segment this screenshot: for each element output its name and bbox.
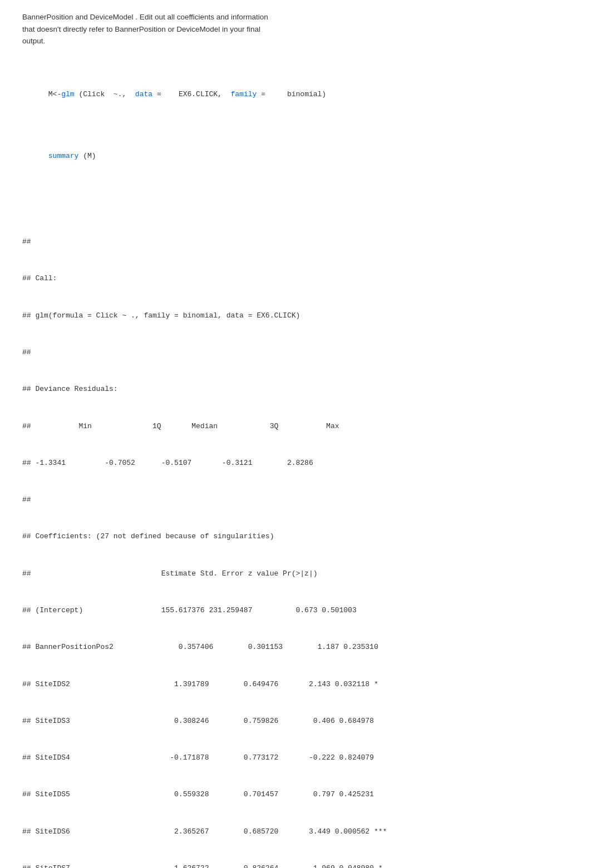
code-line-M: M<-glm (Click ~., data = EX6.CLICK, fami… [22,76,569,113]
output-line-sid4: ## SiteIDS4 -0.171878 0.773172 -0.222 0.… [22,752,569,764]
intro-line3: output. [22,37,45,45]
output-line-8: ## [22,494,569,506]
output-line-10: ## Estimate Std. Error z value Pr(>|z|) [22,568,569,580]
output-lines: ## ## Call: ## glm(formula = Click ~ ., … [22,211,569,868]
page-content: BannerPosition and DeviceModel . Edit ou… [22,11,569,868]
intro-paragraph: BannerPosition and DeviceModel . Edit ou… [22,11,569,47]
output-line-sid6: ## SiteIDS6 2.365267 0.685720 3.449 0.00… [22,826,569,838]
output-line-sid7: ## SiteIDS7 1.626722 0.826264 1.969 0.04… [22,862,569,868]
output-line-5: ## Deviance Residuals: [22,383,569,395]
intro-line1: BannerPosition and DeviceModel . Edit ou… [22,13,268,21]
intro-line2: that doesn't directly refer to BannerPos… [22,25,260,33]
output-line-1: ## [22,236,569,248]
output-line-6: ## Min 1Q Median 3Q Max [22,420,569,433]
code-section: M<-glm (Click ~., data = EX6.CLICK, fami… [22,52,569,868]
output-line-9: ## Coefficients: (27 not defined because… [22,530,569,543]
output-line-3: ## glm(formula = Click ~ ., family = bin… [22,310,569,322]
output-line-sid3: ## SiteIDS3 0.308246 0.759826 0.406 0.68… [22,715,569,727]
output-line-4: ## [22,346,569,359]
output-line-sid5: ## SiteIDS5 0.559328 0.701457 0.797 0.42… [22,788,569,801]
output-line-2: ## Call: [22,272,569,285]
output-line-intercept: ## (Intercept) 155.617376 231.259487 0.6… [22,604,569,617]
code-line-summary: summary (M) [22,137,569,174]
output-line-sid2: ## SiteIDS2 1.391789 0.649476 2.143 0.03… [22,678,569,691]
output-line-7: ## -1.3341 -0.7052 -0.5107 -0.3121 2.828… [22,457,569,469]
output-line-bpp2: ## BannerPositionPos2 0.357406 0.301153 … [22,641,569,653]
